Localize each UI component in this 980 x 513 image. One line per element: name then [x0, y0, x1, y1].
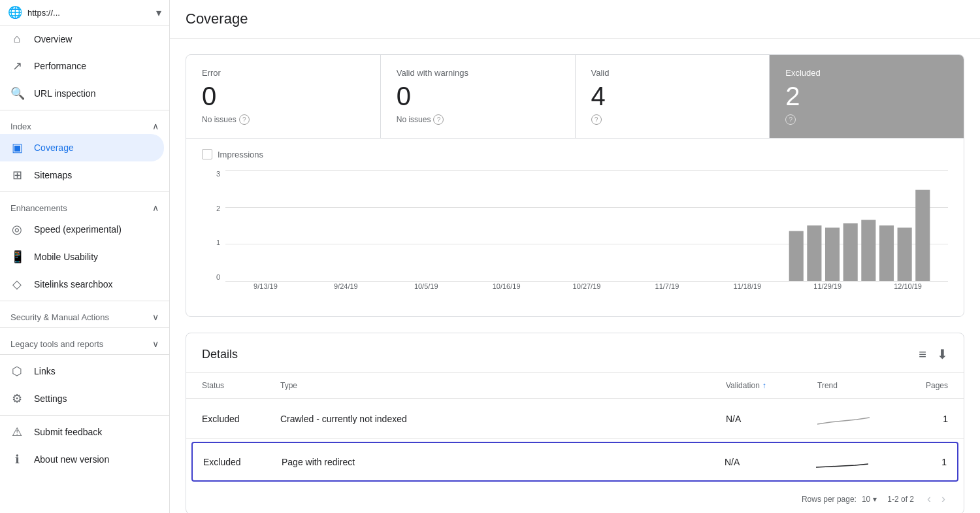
legend-label: Impressions	[218, 150, 263, 159]
sidebar-item-mobile[interactable]: 📱 Mobile Usability	[0, 243, 164, 271]
sidebar-item-performance[interactable]: ↗ Performance	[0, 52, 164, 80]
sidebar-item-performance-label: Performance	[34, 61, 86, 71]
sidebar-item-settings-label: Settings	[34, 393, 67, 404]
valid-warnings-count: 0	[397, 83, 559, 109]
site-url: https://...	[27, 8, 151, 18]
home-icon: ⌂	[10, 32, 24, 46]
bars-area	[225, 170, 948, 281]
divider-legacy	[0, 327, 169, 328]
excluded-desc: ?	[785, 114, 948, 125]
chart-svg	[225, 170, 948, 281]
site-selector[interactable]: 🌐 https://... ▾	[0, 0, 169, 25]
error-count: 0	[202, 83, 365, 109]
sidebar: 🌐 https://... ▾ ⌂ Overview ↗ Performance…	[0, 0, 170, 513]
divider-links	[0, 354, 169, 355]
row1-type: Crawled - currently not indexed	[280, 414, 726, 424]
sitelinks-icon: ◇	[10, 277, 24, 291]
error-info-icon[interactable]: ?	[239, 114, 250, 125]
valid-info-icon[interactable]: ?	[591, 114, 602, 125]
rows-per-page: Rows per page: 10 ▾	[802, 495, 877, 504]
filter-button[interactable]: ≡	[919, 347, 926, 362]
sidebar-item-sitelinks-label: Sitelinks searchbox	[34, 279, 113, 290]
valid-label: Valid	[591, 68, 754, 78]
sidebar-item-url-inspection[interactable]: 🔍 URL inspection	[0, 80, 164, 107]
svg-rect-1	[807, 225, 821, 281]
y-axis: 3 2 1 0	[202, 170, 220, 281]
x-label-7: 11/29/19	[787, 282, 868, 301]
prev-page-button[interactable]: ‹	[924, 489, 934, 508]
row1-pages: 1	[896, 414, 948, 424]
status-card-valid[interactable]: Valid 4 ?	[576, 55, 770, 138]
main-content: Coverage Error 0 No issues ? Valid with …	[170, 0, 980, 513]
sidebar-item-sitelinks[interactable]: ◇ Sitelinks searchbox	[0, 271, 164, 298]
row1-trend	[817, 408, 896, 429]
row1-validation: N/A	[726, 414, 817, 424]
excluded-count: 2	[785, 83, 948, 109]
col-header-type: Type	[280, 381, 726, 390]
excluded-label: Excluded	[785, 68, 948, 78]
summary-card: Error 0 No issues ? Valid with warnings …	[186, 54, 964, 317]
chart-section: Impressions 3 2 1 0	[186, 139, 964, 316]
sidebar-item-about[interactable]: ℹ About new version	[0, 446, 164, 473]
chevron-up-icon: ∧	[152, 121, 159, 131]
y-label-2: 2	[216, 205, 220, 212]
sidebar-item-sitemaps-label: Sitemaps	[34, 170, 72, 180]
table-row[interactable]: Excluded Crawled - currently not indexed…	[186, 399, 964, 439]
sidebar-item-overview[interactable]: ⌂ Overview	[0, 25, 164, 52]
section-index[interactable]: Index ∧	[0, 113, 169, 134]
rows-per-page-select[interactable]: 10 ▾	[862, 495, 877, 504]
details-actions: ≡ ⬇	[919, 346, 948, 362]
svg-rect-4	[861, 220, 875, 282]
svg-rect-3	[843, 223, 858, 281]
status-card-error[interactable]: Error 0 No issues ?	[186, 55, 381, 138]
excluded-info-icon[interactable]: ?	[785, 114, 796, 125]
details-card: Details ≡ ⬇ Status Type Validation ↑ Tre…	[186, 333, 964, 513]
section-security-label: Security & Manual Actions	[10, 312, 109, 322]
sidebar-item-sitemaps[interactable]: ⊞ Sitemaps	[0, 161, 164, 189]
sort-icon[interactable]: ↑	[762, 381, 766, 390]
sidebar-item-settings[interactable]: ⚙ Settings	[0, 385, 164, 412]
x-label-8: 12/10/19	[868, 282, 948, 301]
divider-enhancements	[0, 191, 169, 192]
section-security[interactable]: Security & Manual Actions ∨	[0, 304, 169, 325]
sidebar-item-feedback[interactable]: ⚠ Submit feedback	[0, 418, 164, 446]
mobile-icon: 📱	[10, 250, 24, 264]
status-card-valid-warnings[interactable]: Valid with warnings 0 No issues ?	[381, 55, 576, 138]
error-label: Error	[202, 68, 365, 78]
x-label-1: 9/24/19	[306, 282, 386, 301]
y-label-0: 0	[216, 273, 220, 281]
valid-warnings-info-icon[interactable]: ?	[433, 114, 444, 125]
rows-per-page-label: Rows per page:	[802, 495, 857, 504]
search-icon: 🔍	[10, 86, 24, 101]
svg-rect-5	[879, 225, 894, 281]
chevron-down-security-icon: ∨	[152, 312, 159, 322]
settings-icon: ⚙	[10, 391, 24, 406]
sidebar-item-coverage-label: Coverage	[34, 142, 74, 153]
svg-rect-7	[915, 190, 930, 281]
content-area: Error 0 No issues ? Valid with warnings …	[170, 39, 980, 513]
section-enhancements[interactable]: Enhancements ∧	[0, 195, 169, 216]
sidebar-item-speed-label: Speed (experimental)	[34, 224, 122, 235]
divider-security	[0, 301, 169, 301]
next-page-button[interactable]: ›	[939, 489, 948, 508]
table-row[interactable]: Excluded Page with redirect N/A 1	[191, 442, 958, 482]
status-card-excluded[interactable]: Excluded 2 ?	[770, 55, 964, 138]
sidebar-item-speed[interactable]: ◎ Speed (experimental)	[0, 216, 164, 243]
col-header-validation: Validation ↑	[726, 381, 817, 390]
status-cards: Error 0 No issues ? Valid with warnings …	[186, 55, 964, 139]
x-label-6: 11/18/19	[707, 282, 787, 301]
divider-index	[0, 110, 169, 110]
legend-checkbox[interactable]	[202, 149, 212, 159]
error-desc: No issues ?	[202, 114, 365, 125]
grid-line-0	[225, 281, 948, 282]
table-header: Status Type Validation ↑ Trend Pages	[186, 373, 964, 399]
section-legacy[interactable]: Legacy tools and reports ∨	[0, 331, 169, 352]
details-title: Details	[202, 348, 238, 361]
download-button[interactable]: ⬇	[937, 346, 948, 362]
row2-pages: 1	[894, 457, 947, 467]
chevron-down-legacy-icon: ∨	[152, 339, 159, 349]
sidebar-item-links[interactable]: ⬡ Links	[0, 357, 164, 385]
sidebar-item-coverage[interactable]: ▣ Coverage	[0, 134, 164, 161]
x-label-3: 10/16/19	[466, 282, 547, 301]
pagination: Rows per page: 10 ▾ 1-2 of 2 ‹ ›	[186, 484, 964, 513]
